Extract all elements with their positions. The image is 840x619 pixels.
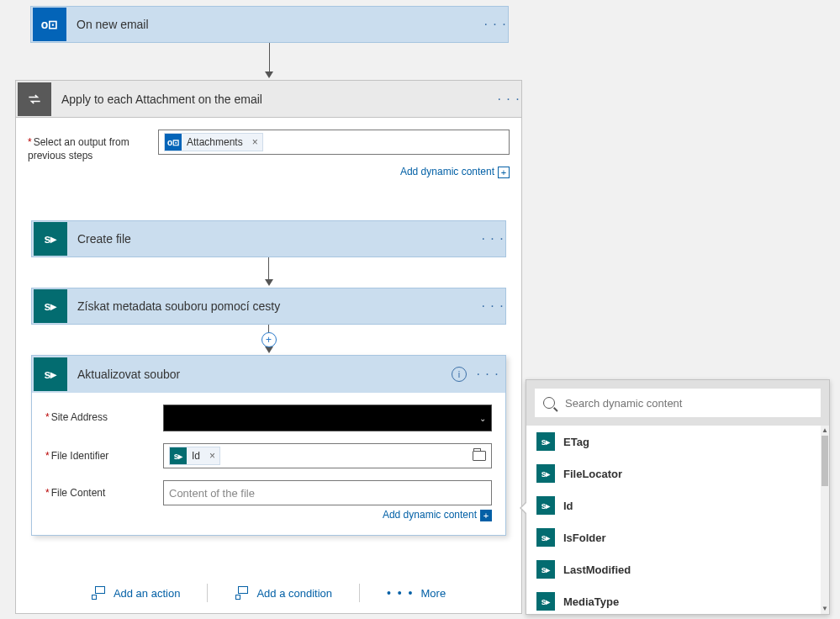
add-action-button[interactable]: Add an action [82,581,191,605]
add-dynamic-content-link[interactable]: Add dynamic content+ [28,166,510,178]
get-metadata-menu-button[interactable]: · · · [480,299,505,314]
flow-arrow [265,257,273,286]
site-address-row: Site Address ⌄ [45,405,492,431]
dynamic-search-wrap [526,380,829,426]
select-output-input[interactable]: o⊡ Attachments × [158,130,510,155]
file-content-row: File Content Content of the file [45,480,492,505]
update-file-header[interactable]: s▸ Aktualizovat soubor i · · · [32,356,505,393]
divider [359,584,360,602]
file-identifier-row: File Identifier s▸ Id × [45,443,492,468]
sharepoint-icon: s▸ [536,560,555,579]
site-address-label: Site Address [45,405,163,425]
outlook-icon: o⊡ [165,134,182,151]
search-icon [543,397,555,409]
remove-token-button[interactable]: × [205,450,219,462]
sharepoint-icon: s▸ [536,528,555,547]
plus-icon: + [498,167,510,178]
scrollbar[interactable]: ▲ ▼ [821,426,829,614]
loop-icon [18,82,51,116]
scroll-thumb[interactable] [822,436,828,486]
flow-arrow [265,43,273,78]
add-condition-button[interactable]: Add a condition [225,581,342,605]
sharepoint-icon: s▸ [34,289,67,323]
scroll-up-icon: ▲ [821,426,829,436]
divider [207,584,208,602]
chevron-down-icon: ⌄ [479,414,486,423]
apply-to-each-title: Apply to each Attachment on the email [53,93,496,106]
file-content-label: File Content [45,480,163,500]
remove-token-button[interactable]: × [248,136,262,148]
file-content-input[interactable]: Content of the file [163,480,492,505]
file-identifier-input[interactable]: s▸ Id × [163,443,492,468]
dynamic-item-isfolder[interactable]: s▸IsFolder [526,521,821,553]
apply-to-each-card: Apply to each Attachment on the email · … [15,80,522,614]
select-output-label: Select an output from previous steps [28,130,158,162]
dynamic-content-list: s▸ETag s▸FileLocator s▸Id s▸IsFolder s▸L… [526,426,821,614]
sharepoint-icon: s▸ [536,432,555,451]
dynamic-content-panel: s▸ETag s▸FileLocator s▸Id s▸IsFolder s▸L… [526,379,830,615]
plus-icon: + [480,510,492,521]
apply-to-each-header[interactable]: Apply to each Attachment on the email · … [16,81,521,118]
dynamic-item-etag[interactable]: s▸ETag [526,426,821,458]
dynamic-search-input[interactable] [563,396,812,410]
trigger-menu-button[interactable]: · · · [483,17,508,32]
sharepoint-icon: s▸ [536,496,555,515]
dynamic-item-lastmodified[interactable]: s▸LastModified [526,553,821,585]
create-file-card[interactable]: s▸ Create file · · · [31,220,506,257]
site-address-input[interactable]: ⌄ [163,405,492,431]
sharepoint-icon: s▸ [536,592,555,611]
select-output-row: Select an output from previous steps o⊡ … [28,130,510,162]
update-file-title: Aktualizovat soubor [69,368,452,381]
add-action-icon [92,586,107,600]
update-file-card: s▸ Aktualizovat soubor i · · · Site Addr… [31,355,506,536]
footer-actions: Add an action Add a condition • • • More [16,581,521,605]
dynamic-item-mediatype[interactable]: s▸MediaType [526,585,821,614]
trigger-title: On new email [68,18,483,31]
create-file-title: Create file [69,232,480,246]
get-metadata-title: Získat metadata souboru pomocí cesty [69,299,480,313]
trigger-card[interactable]: o⊡ On new email · · · [30,6,509,43]
scroll-down-icon: ▼ [821,604,829,614]
id-token[interactable]: s▸ Id × [169,447,220,465]
sharepoint-icon: s▸ [34,357,67,391]
insert-step-button[interactable]: + [262,332,277,347]
get-metadata-card[interactable]: s▸ Získat metadata souboru pomocí cesty … [31,288,506,325]
more-button[interactable]: • • • More [377,581,456,605]
add-condition-icon [235,586,250,600]
sharepoint-icon: s▸ [536,464,555,483]
file-identifier-label: File Identifier [45,443,163,463]
outlook-icon: o⊡ [33,8,66,41]
sharepoint-icon: s▸ [34,222,67,256]
folder-picker-button[interactable] [473,451,486,461]
attachments-token[interactable]: o⊡ Attachments × [164,133,263,151]
dynamic-item-filelocator[interactable]: s▸FileLocator [526,458,821,489]
dynamic-item-id[interactable]: s▸Id [526,489,821,521]
sharepoint-icon: s▸ [170,447,187,464]
apply-to-each-menu-button[interactable]: · · · [496,92,521,107]
update-file-menu-button[interactable]: · · · [475,367,500,382]
dynamic-search[interactable] [535,389,821,417]
add-dynamic-content-link[interactable]: Add dynamic content+ [45,509,492,521]
more-icon: • • • [387,586,414,600]
create-file-menu-button[interactable]: · · · [480,231,505,246]
info-icon[interactable]: i [452,367,467,382]
